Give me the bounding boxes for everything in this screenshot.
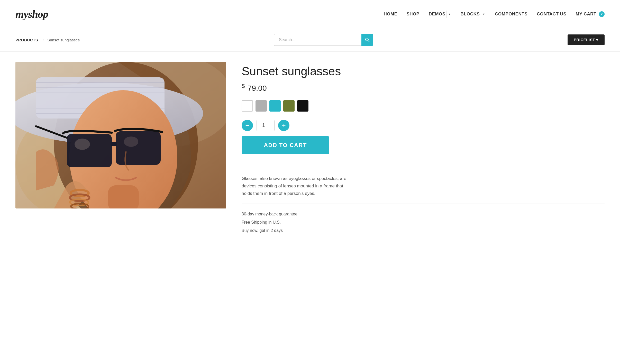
breadcrumb-arrow-icon: → <box>41 38 45 42</box>
swatch-gray[interactable] <box>256 100 267 112</box>
add-to-cart-button[interactable]: ADD TO CART <box>242 136 329 154</box>
product-features: 30-day money-back guarantee Free Shippin… <box>242 210 605 235</box>
cart-badge: 2 <box>599 11 605 17</box>
color-swatches <box>242 100 605 112</box>
nav-home[interactable]: HOME <box>384 12 397 17</box>
breadcrumb: PRODUCTS → Sunset sunglasses <box>15 38 80 42</box>
nav-blocks-group: BLOCKS ▾ <box>461 11 486 18</box>
nav-demos-arrow-icon[interactable]: ▾ <box>448 12 451 16</box>
quantity-input[interactable] <box>257 120 275 131</box>
nav-demos-sep <box>446 11 447 18</box>
svg-point-21 <box>75 139 90 150</box>
product-details: Sunset sunglasses $ 79.00 − + ADD TO CAR… <box>242 62 605 235</box>
main-content: Sunset sunglasses $ 79.00 − + ADD TO CAR… <box>0 52 620 245</box>
feature-1: 30-day money-back guarantee <box>242 210 605 218</box>
pricelist-button[interactable]: PRICELIST ▾ <box>568 34 605 45</box>
product-description: Glasses, also known as eyeglasses or spe… <box>242 175 350 197</box>
nav-cart[interactable]: MY CART 2 <box>576 11 605 17</box>
quantity-increase-button[interactable]: + <box>278 120 289 131</box>
main-nav: HOME SHOP DEMOS ▾ BLOCKS ▾ COMPONENTS CO… <box>384 11 605 18</box>
divider-1 <box>242 169 605 169</box>
nav-blocks-arrow-icon[interactable]: ▾ <box>482 12 486 16</box>
divider-2 <box>242 204 605 204</box>
quantity-decrease-button[interactable]: − <box>242 120 253 131</box>
nav-cart-label: MY CART <box>576 12 596 17</box>
swatch-olive[interactable] <box>283 100 295 112</box>
search-icon <box>365 37 370 42</box>
price-value: 79.00 <box>248 84 267 92</box>
nav-blocks-sep <box>481 11 481 18</box>
feature-3: Buy now, get in 2 days <box>242 226 605 235</box>
svg-point-22 <box>124 136 138 147</box>
nav-components[interactable]: COMPONENTS <box>495 12 527 17</box>
quantity-row: − + <box>242 120 605 131</box>
swatch-black[interactable] <box>297 100 308 112</box>
svg-rect-17 <box>67 134 112 167</box>
product-title: Sunset sunglasses <box>242 65 605 78</box>
product-image-wrap <box>15 62 226 208</box>
svg-rect-18 <box>116 131 161 165</box>
search-group <box>274 34 373 46</box>
logo-my: my <box>15 8 28 20</box>
nav-demos-group: DEMOS ▾ <box>429 11 451 18</box>
logo[interactable]: myshop <box>15 8 48 20</box>
header: myshop HOME SHOP DEMOS ▾ BLOCKS ▾ COMPON… <box>0 0 620 28</box>
search-input[interactable] <box>274 34 361 46</box>
nav-demos[interactable]: DEMOS <box>429 12 445 17</box>
feature-2: Free Shipping in U.S. <box>242 218 605 226</box>
breadcrumb-products[interactable]: PRODUCTS <box>15 38 38 42</box>
nav-shop[interactable]: SHOP <box>407 12 420 17</box>
price-symbol: $ <box>242 83 245 89</box>
product-image <box>15 62 226 208</box>
svg-rect-19 <box>111 142 117 146</box>
nav-blocks[interactable]: BLOCKS <box>461 12 480 17</box>
breadcrumb-current: Sunset sunglasses <box>47 38 80 42</box>
svg-rect-16 <box>108 185 139 208</box>
swatch-teal[interactable] <box>269 100 281 112</box>
nav-contact[interactable]: CONTACT US <box>537 12 566 17</box>
logo-shop: shop <box>28 8 48 20</box>
search-button[interactable] <box>361 34 373 46</box>
product-price: $ 79.00 <box>242 83 605 93</box>
swatch-white[interactable] <box>242 100 253 112</box>
sub-header: PRODUCTS → Sunset sunglasses PRICELIST ▾ <box>0 28 620 52</box>
svg-line-1 <box>368 41 370 42</box>
